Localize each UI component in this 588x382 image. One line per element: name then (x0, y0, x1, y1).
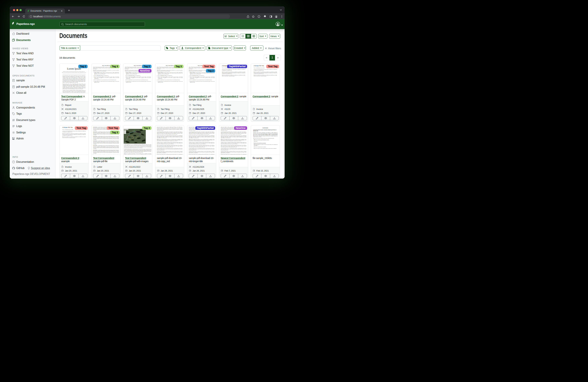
svg-text:for days in BWCA: for days in BWCA (124, 130, 126, 130)
svg-text:?: ? (13, 161, 14, 163)
svg-text:Day 2: Day 2 (124, 131, 125, 132)
svg-text:Day 4: Day 4 (124, 132, 125, 132)
svg-text:Legend: Legend (124, 130, 125, 131)
svg-text:Entry Point: Entry Point (124, 133, 126, 133)
svg-text:Google Earth: Google Earth (124, 142, 126, 143)
svg-text:map data 2021: map data 2021 (124, 143, 126, 143)
svg-text:Day 3: Day 3 (124, 132, 125, 132)
svg-text:Day 6: Day 6 (124, 133, 125, 133)
